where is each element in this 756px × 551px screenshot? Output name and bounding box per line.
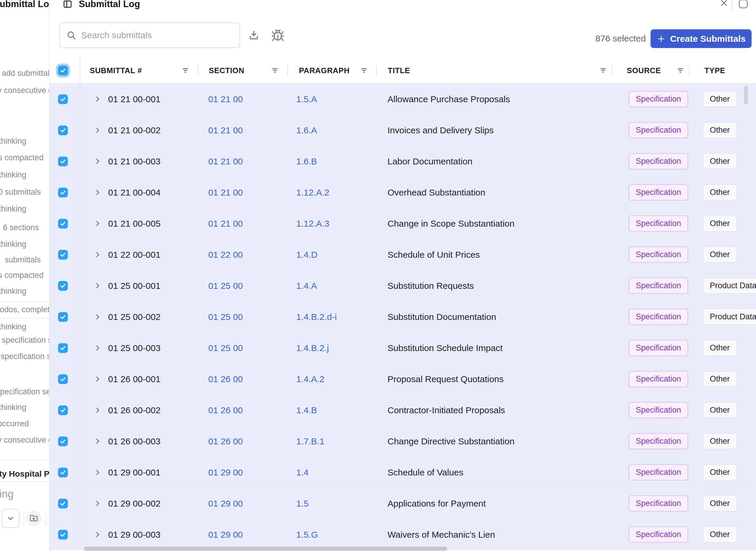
download-button[interactable]: [247, 29, 261, 42]
section-link-text[interactable]: 01 29 00: [208, 530, 243, 540]
section-link[interactable]: 01 26 00: [208, 395, 243, 425]
table-row[interactable]: 01 25 00-001 01 25 00 1.4.A Substitution…: [50, 270, 756, 302]
expand-chevron-icon[interactable]: [94, 457, 102, 488]
paragraph-link[interactable]: 1.7.B.1: [296, 426, 324, 457]
row-checkbox[interactable]: [58, 187, 68, 197]
search-box[interactable]: [59, 23, 240, 48]
table-row[interactable]: 01 21 00-004 01 21 00 1.12.A.2 Overhead …: [50, 177, 756, 208]
section-link[interactable]: 01 21 00: [208, 177, 243, 208]
expand-chevron-icon[interactable]: [94, 302, 102, 332]
section-link-text[interactable]: 01 21 00: [208, 187, 243, 197]
section-link-text[interactable]: 01 25 00: [208, 281, 243, 291]
table-row[interactable]: 01 25 00-003 01 25 00 1.4.B.2.j Substitu…: [50, 333, 756, 364]
paragraph-link-text[interactable]: 1.5: [296, 499, 309, 509]
paragraph-link-text[interactable]: 1.4: [296, 468, 309, 478]
select-all-checkbox[interactable]: [58, 66, 68, 75]
row-checkbox[interactable]: [58, 374, 68, 384]
paragraph-link[interactable]: 1.4.B.2.j: [296, 333, 329, 363]
filter-icon[interactable]: [360, 66, 368, 75]
paragraph-link[interactable]: 1.4.D: [296, 239, 317, 270]
paragraph-link[interactable]: 1.4.B.2.d-i: [296, 302, 337, 332]
expand-chevron-icon[interactable]: [94, 208, 102, 239]
section-link-text[interactable]: 01 29 00: [208, 468, 243, 478]
paragraph-link-text[interactable]: 1.5.G: [296, 530, 318, 540]
section-link[interactable]: 01 26 00: [208, 364, 243, 394]
dock-panel-icon[interactable]: [738, 0, 749, 9]
section-link[interactable]: 01 25 00: [208, 270, 243, 301]
paragraph-link[interactable]: 1.5.G: [296, 519, 318, 550]
table-row[interactable]: 01 22 00-001 01 22 00 1.4.D Schedule of …: [50, 239, 756, 270]
paragraph-link-text[interactable]: 1.5.A: [296, 94, 317, 104]
paragraph-link[interactable]: 1.5: [296, 488, 309, 519]
row-checkbox[interactable]: [58, 218, 68, 228]
section-link[interactable]: 01 29 00: [208, 488, 243, 519]
row-checkbox[interactable]: [58, 405, 68, 415]
paragraph-link[interactable]: 1.12.A.3: [296, 208, 329, 239]
row-checkbox[interactable]: [58, 156, 68, 166]
paragraph-link[interactable]: 1.6.A: [296, 115, 317, 145]
search-input[interactable]: [81, 30, 233, 40]
table-row[interactable]: 01 21 00-001 01 21 00 1.5.A Allowance Pu…: [50, 84, 756, 115]
paragraph-link-text[interactable]: 1.4.A: [296, 281, 317, 291]
section-link-text[interactable]: 01 29 00: [208, 499, 243, 509]
table-row[interactable]: 01 29 00-001 01 29 00 1.4 Schedule of Va…: [50, 457, 756, 488]
section-link-text[interactable]: 01 21 00: [208, 125, 243, 135]
paragraph-link[interactable]: 1.4.B: [296, 395, 317, 425]
filter-icon[interactable]: [676, 66, 685, 75]
section-link-text[interactable]: 01 21 00: [208, 94, 243, 104]
section-link[interactable]: 01 21 00: [208, 115, 243, 145]
paragraph-link[interactable]: 1.5.A: [296, 84, 317, 114]
expand-chevron-icon[interactable]: [94, 519, 102, 550]
section-link[interactable]: 01 21 00: [208, 208, 243, 239]
expand-chevron-icon[interactable]: [94, 146, 102, 176]
add-folder-button[interactable]: [26, 511, 41, 526]
horizontal-scrollbar[interactable]: [84, 547, 447, 551]
expand-chevron-icon[interactable]: [94, 239, 102, 270]
row-checkbox[interactable]: [58, 499, 68, 508]
table-row[interactable]: 01 26 00-001 01 26 00 1.4.A.2 Proposal R…: [50, 364, 756, 395]
section-link[interactable]: 01 22 00: [208, 239, 243, 270]
paragraph-link[interactable]: 1.6.B: [296, 146, 317, 176]
paragraph-link-text[interactable]: 1.6.B: [296, 156, 317, 166]
paragraph-link-text[interactable]: 1.4.B.2.d-i: [296, 312, 337, 322]
section-link[interactable]: 01 25 00: [208, 333, 243, 363]
section-link[interactable]: 01 29 00: [208, 519, 243, 550]
row-checkbox[interactable]: [58, 436, 68, 446]
expand-chevron-icon[interactable]: [94, 115, 102, 145]
table-row[interactable]: 01 26 00-003 01 26 00 1.7.B.1 Change Dir…: [50, 426, 756, 457]
row-checkbox[interactable]: [58, 530, 68, 539]
table-row[interactable]: 01 21 00-003 01 21 00 1.6.B Labor Docume…: [50, 146, 756, 177]
paragraph-link-text[interactable]: 1.4.B: [296, 405, 317, 415]
close-icon[interactable]: [719, 0, 729, 8]
paragraph-link-text[interactable]: 1.7.B.1: [296, 436, 324, 446]
expand-chevron-icon[interactable]: [94, 364, 102, 394]
section-link-text[interactable]: 01 26 00: [208, 436, 243, 446]
section-link-text[interactable]: 01 21 00: [208, 156, 243, 166]
row-checkbox[interactable]: [58, 94, 68, 104]
table-row[interactable]: 01 25 00-002 01 25 00 1.4.B.2.d-i Substi…: [50, 302, 756, 333]
paragraph-link-text[interactable]: 1.4.D: [296, 250, 317, 260]
row-checkbox[interactable]: [58, 250, 68, 259]
paragraph-link[interactable]: 1.4.A: [296, 270, 317, 301]
model-select-button[interactable]: [2, 509, 20, 528]
row-checkbox[interactable]: [58, 281, 68, 291]
filter-icon[interactable]: [271, 66, 279, 75]
paragraph-link-text[interactable]: 1.12.A.2: [296, 187, 329, 197]
expand-chevron-icon[interactable]: [94, 84, 102, 114]
expand-chevron-icon[interactable]: [94, 426, 102, 457]
expand-chevron-icon[interactable]: [94, 395, 102, 425]
section-link[interactable]: 01 21 00: [208, 84, 243, 114]
paragraph-link-text[interactable]: 1.6.A: [296, 125, 317, 135]
section-link[interactable]: 01 25 00: [208, 302, 243, 332]
filter-icon[interactable]: [181, 66, 190, 75]
paragraph-link-text[interactable]: 1.12.A.3: [296, 218, 329, 229]
row-checkbox[interactable]: [58, 468, 68, 477]
create-submittals-button[interactable]: Create Submittals: [651, 29, 752, 48]
filter-icon[interactable]: [599, 66, 607, 75]
section-link[interactable]: 01 26 00: [208, 426, 243, 457]
paragraph-link-text[interactable]: 1.4.A.2: [296, 374, 324, 384]
row-checkbox[interactable]: [58, 125, 68, 135]
row-checkbox[interactable]: [58, 312, 68, 322]
table-row[interactable]: 01 21 00-005 01 21 00 1.12.A.3 Change in…: [50, 208, 756, 239]
section-link[interactable]: 01 29 00: [208, 457, 243, 488]
